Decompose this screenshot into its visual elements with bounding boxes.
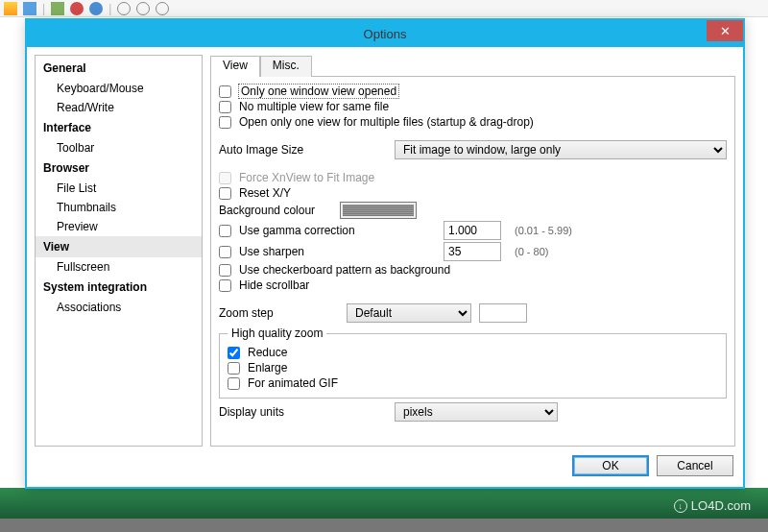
- toolbar-icon[interactable]: [89, 2, 103, 15]
- chk-use-gamma[interactable]: [219, 225, 231, 237]
- chk-enlarge[interactable]: [228, 362, 240, 375]
- main-toolbar: | |: [0, 0, 768, 17]
- close-button[interactable]: ✕: [707, 20, 743, 41]
- select-auto-image-size[interactable]: Fit image to window, large only: [395, 140, 727, 159]
- sidebar-item-thumbnails[interactable]: Thumbnails: [36, 198, 202, 217]
- sidebar-cat-general[interactable]: General: [36, 58, 202, 79]
- chk-only-one-window[interactable]: [219, 85, 231, 98]
- lbl-use-checkerboard: Use checkerboard pattern as background: [239, 263, 450, 277]
- lbl-for-gif: For animated GIF: [248, 376, 338, 390]
- lbl-background-colour: Background colour: [219, 204, 332, 217]
- toolbar-icon[interactable]: [51, 2, 64, 15]
- background-colour-swatch[interactable]: [340, 202, 417, 219]
- tab-view[interactable]: View: [210, 56, 260, 77]
- sidebar-item-keyboard-mouse[interactable]: Keyboard/Mouse: [36, 79, 202, 98]
- close-icon: ✕: [720, 24, 731, 38]
- lbl-use-sharpen: Use sharpen: [239, 245, 436, 258]
- chk-for-gif[interactable]: [228, 377, 240, 390]
- chk-hide-scrollbar[interactable]: [219, 279, 231, 292]
- zoom-fit-icon[interactable]: [136, 2, 150, 15]
- sidebar-item-fullscreen[interactable]: Fullscreen: [36, 257, 202, 277]
- select-display-units[interactable]: pixels: [395, 402, 558, 422]
- dialog-body: General Keyboard/Mouse Read/Write Interf…: [27, 47, 743, 487]
- lbl-display-units: Display units: [219, 405, 387, 419]
- lbl-enlarge: Enlarge: [248, 361, 287, 375]
- dialog-title: Options: [27, 27, 743, 41]
- zoom-in-icon[interactable]: [117, 2, 131, 15]
- lbl-reduce: Reduce: [248, 346, 287, 359]
- dialog-footer: OK Cancel: [35, 447, 735, 479]
- toolbar-icon[interactable]: [4, 2, 17, 15]
- chk-open-only-one[interactable]: [219, 116, 231, 129]
- cancel-button[interactable]: Cancel: [657, 455, 733, 476]
- sidebar-cat-view[interactable]: View: [36, 236, 202, 257]
- tab-misc[interactable]: Misc.: [260, 56, 312, 77]
- lbl-auto-image-size: Auto Image Size: [219, 143, 387, 157]
- sidebar-cat-system-integration[interactable]: System integration: [36, 277, 202, 298]
- options-dialog: Options ✕ General Keyboard/Mouse Read/Wr…: [25, 18, 745, 489]
- tab-content-view: Only one window view opened No multiple …: [210, 76, 735, 447]
- sidebar-cat-browser[interactable]: Browser: [36, 157, 202, 179]
- zoom-out-icon[interactable]: [156, 2, 169, 15]
- lbl-force-fit: Force XnView to Fit Image: [239, 171, 374, 184]
- chk-no-multiple-view[interactable]: [219, 101, 231, 113]
- titlebar[interactable]: Options ✕: [27, 20, 743, 47]
- fieldset-hq-zoom: High quality zoom Reduce Enlarge For ani…: [219, 326, 727, 399]
- tab-strip: View Misc.: [210, 55, 735, 76]
- toolbar-icon[interactable]: [23, 2, 36, 15]
- input-zoom-custom[interactable]: [479, 303, 527, 323]
- hint-gamma: (0.01 - 5.99): [515, 225, 572, 236]
- sidebar-item-preview[interactable]: Preview: [36, 217, 202, 236]
- chk-use-sharpen[interactable]: [219, 246, 231, 258]
- chk-reduce[interactable]: [228, 347, 240, 359]
- toolbar-icon[interactable]: [70, 2, 84, 15]
- lbl-reset-xy: Reset X/Y: [239, 186, 291, 200]
- sidebar-cat-interface[interactable]: Interface: [36, 117, 202, 138]
- lbl-open-only-one: Open only one view for multiple files (s…: [239, 115, 534, 129]
- chk-reset-xy[interactable]: [219, 187, 231, 200]
- hint-sharpen: (0 - 80): [515, 246, 548, 257]
- category-tree: General Keyboard/Mouse Read/Write Interf…: [35, 55, 203, 447]
- options-panel: View Misc. Only one window view opened N…: [210, 55, 735, 447]
- lbl-hide-scrollbar: Hide scrollbar: [239, 278, 309, 292]
- lbl-zoom-step: Zoom step: [219, 306, 339, 320]
- legend-hq-zoom: High quality zoom: [228, 326, 326, 340]
- sidebar-item-associations[interactable]: Associations: [36, 298, 202, 317]
- toolbar-separator: |: [108, 2, 111, 15]
- sidebar-item-file-list[interactable]: File List: [36, 179, 202, 198]
- toolbar-separator: |: [42, 2, 45, 15]
- sidebar-item-toolbar[interactable]: Toolbar: [36, 138, 202, 157]
- chk-force-fit: [219, 172, 231, 184]
- select-zoom-step[interactable]: Default: [347, 303, 471, 323]
- ok-button[interactable]: OK: [572, 455, 649, 476]
- lbl-no-multiple-view: No multiple view for same file: [239, 100, 389, 113]
- lbl-only-one-window: Only one window view opened: [239, 85, 398, 98]
- sidebar-item-read-write[interactable]: Read/Write: [36, 98, 202, 117]
- lbl-use-gamma: Use gamma correction: [239, 224, 436, 237]
- chk-use-checkerboard[interactable]: [219, 264, 231, 277]
- input-gamma[interactable]: [444, 221, 501, 240]
- input-sharpen[interactable]: [444, 242, 501, 261]
